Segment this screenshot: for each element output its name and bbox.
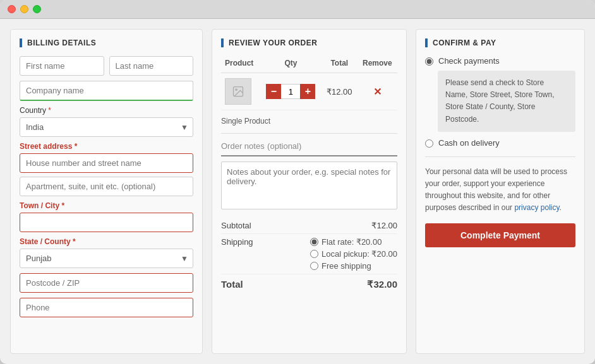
item-total: ₹12.00 [327,87,352,97]
order-table: Product Qty Total Remove [221,56,397,110]
shipping-free-option[interactable]: Free shipping [310,261,397,271]
svg-point-1 [236,89,237,91]
titlebar [0,0,595,19]
col-qty: Qty [260,56,322,73]
phone-group [20,298,193,317]
country-group: Country * India United States United Kin… [20,106,193,137]
last-name-input[interactable] [109,56,194,76]
confirm-panel: CONFIRM & PAY Check payments Please send… [416,29,585,354]
col-product: Product [221,56,260,73]
remove-item-button[interactable]: ✕ [373,86,382,98]
check-payment-radio[interactable] [425,57,433,66]
qty-cell: − + [260,73,322,110]
check-payment-option: Check payments [425,56,575,66]
shipping-local-label: Local pickup: ₹20.00 [322,249,397,259]
notes-title: Order notes (optional) [221,140,397,151]
remove-cell: ✕ [358,73,397,110]
total-value: ₹32.00 [367,279,397,290]
close-button[interactable] [8,5,16,13]
subtotal-row: Subtotal ₹12.00 [221,218,397,234]
notes-divider [221,155,397,156]
state-label: State / County * [20,237,193,246]
street-input[interactable] [20,153,193,173]
postcode-input[interactable] [20,273,193,293]
town-group: Town / City * [20,201,193,232]
content-area: BILLING DETAILS Country * India United S… [0,19,595,364]
order-summary: Subtotal ₹12.00 Shipping Flat rate: ₹20.… [221,218,397,293]
state-select-wrapper: Punjab Delhi Maharashtra Tamil Nadu Karn… [20,249,193,268]
apt-input[interactable] [20,177,193,196]
cod-payment-option: Cash on delivery [425,138,575,148]
shipping-label: Shipping [221,237,253,247]
street-group: Street address * [20,142,193,196]
col-total: Total [322,56,358,73]
confirm-title: CONFIRM & PAY [425,38,575,47]
qty-control: − + [264,84,318,99]
town-input[interactable] [20,213,193,232]
cod-payment-radio[interactable] [425,139,433,148]
shipping-flat-radio[interactable] [310,238,318,246]
qty-input[interactable] [281,84,300,99]
main-window: BILLING DETAILS Country * India United S… [0,0,595,364]
shipping-row: Shipping Flat rate: ₹20.00 Local pickup:… [221,234,397,274]
shipping-flat-label: Flat rate: ₹20.00 [322,237,382,247]
subtotal-label: Subtotal [221,221,251,230]
shipping-flat-option[interactable]: Flat rate: ₹20.00 [310,237,397,247]
check-payment-label: Check payments [438,56,500,66]
name-row [20,56,193,76]
confirm-divider [425,156,575,157]
product-image-cell [221,73,260,110]
country-select-wrapper: India United States United Kingdom Austr… [20,117,193,137]
order-panel: REVIEW YOUR ORDER Product Qty Total Remo… [212,29,407,354]
company-group [20,81,193,101]
town-label: Town / City * [20,201,193,210]
maximize-button[interactable] [33,5,41,13]
notes-textarea[interactable] [221,161,397,209]
street-label: Street address * [20,142,193,151]
shipping-options: Flat rate: ₹20.00 Local pickup: ₹20.00 F… [310,237,397,271]
shipping-free-label: Free shipping [322,261,371,271]
cod-payment-label: Cash on delivery [438,138,500,148]
state-group: State / County * Punjab Delhi Maharashtr… [20,237,193,268]
phone-input[interactable] [20,298,193,317]
country-label: Country * [20,106,193,115]
total-row: Total ₹32.00 [221,276,397,293]
country-select[interactable]: India United States United Kingdom Austr… [20,117,193,137]
company-input[interactable] [20,81,193,101]
divider [221,133,397,134]
notes-section: Order notes (optional) [221,140,397,211]
billing-panel: BILLING DETAILS Country * India United S… [10,29,203,354]
postcode-group [20,273,193,293]
check-payment-desc: Please send a check to Store Name, Store… [438,71,575,132]
order-title: REVIEW YOUR ORDER [221,38,397,47]
shipping-local-radio[interactable] [310,250,318,258]
privacy-text: Your personal data will be used to proce… [425,166,575,214]
col-remove: Remove [358,56,397,73]
product-name: Single Product [221,117,397,126]
table-row: − + ₹12.00 ✕ [221,73,397,110]
total-label: Total [221,279,243,290]
qty-increase-button[interactable]: + [300,84,315,99]
total-cell: ₹12.00 [322,73,358,110]
product-thumbnail [225,78,251,105]
billing-title: BILLING DETAILS [20,38,193,47]
shipping-local-option[interactable]: Local pickup: ₹20.00 [310,249,397,259]
complete-payment-button[interactable]: Complete Payment [425,223,575,247]
shipping-free-radio[interactable] [310,262,318,270]
privacy-policy-link[interactable]: privacy policy [514,203,559,212]
first-name-input[interactable] [20,56,104,76]
state-select[interactable]: Punjab Delhi Maharashtra Tamil Nadu Karn… [20,249,193,268]
minimize-button[interactable] [20,5,28,13]
subtotal-value: ₹12.00 [371,221,397,230]
qty-decrease-button[interactable]: − [266,84,281,99]
